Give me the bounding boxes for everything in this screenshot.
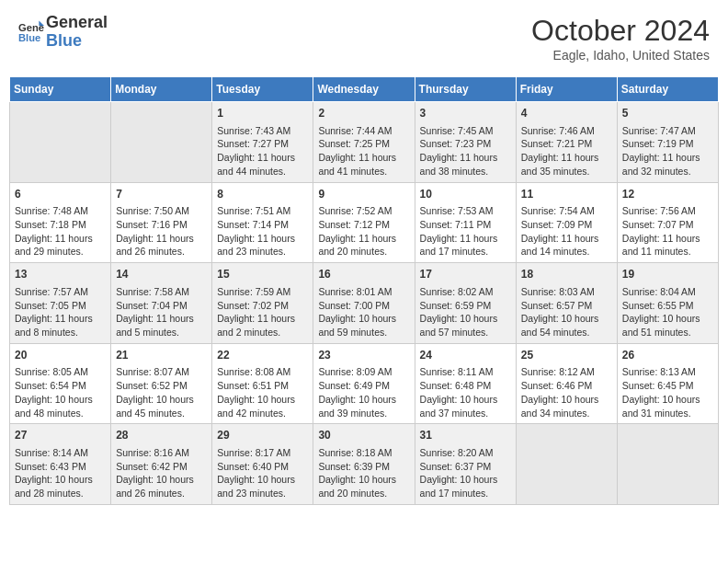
- day-number: 11: [521, 187, 612, 202]
- sunset-text: Sunset: 7:05 PM: [15, 299, 106, 313]
- calendar-day-cell: 16Sunrise: 8:01 AMSunset: 7:00 PMDayligh…: [313, 263, 415, 344]
- sunrise-text: Sunrise: 8:17 AM: [217, 446, 308, 460]
- sunrise-text: Sunrise: 8:16 AM: [116, 446, 207, 460]
- sunrise-text: Sunrise: 7:46 AM: [521, 124, 612, 138]
- calendar-week-row: 27Sunrise: 8:14 AMSunset: 6:43 PMDayligh…: [10, 424, 719, 505]
- sunset-text: Sunset: 6:54 PM: [15, 379, 106, 393]
- sunset-text: Sunset: 6:46 PM: [521, 379, 612, 393]
- calendar-day-cell: 26Sunrise: 8:13 AMSunset: 6:45 PMDayligh…: [617, 343, 718, 424]
- calendar-header-row: SundayMondayTuesdayWednesdayThursdayFrid…: [10, 77, 719, 102]
- day-number: 27: [15, 428, 106, 443]
- day-number: 16: [318, 267, 409, 282]
- calendar-day-cell: 22Sunrise: 8:08 AMSunset: 6:51 PMDayligh…: [212, 343, 313, 424]
- day-number: 17: [420, 267, 511, 282]
- day-number: 29: [217, 428, 308, 443]
- calendar-day-cell: 23Sunrise: 8:09 AMSunset: 6:49 PMDayligh…: [313, 343, 415, 424]
- sunrise-text: Sunrise: 8:13 AM: [622, 365, 713, 379]
- daylight-text: Daylight: 11 hours and 41 minutes.: [318, 151, 409, 178]
- daylight-text: Daylight: 10 hours and 48 minutes.: [15, 393, 106, 419]
- calendar-day-cell: [10, 102, 111, 183]
- sunrise-text: Sunrise: 7:58 AM: [116, 285, 207, 299]
- day-number: 25: [521, 348, 612, 363]
- day-number: 18: [521, 267, 612, 282]
- calendar-day-cell: 7Sunrise: 7:50 AMSunset: 7:16 PMDaylight…: [111, 182, 212, 263]
- sunset-text: Sunset: 7:14 PM: [217, 218, 308, 232]
- sunrise-text: Sunrise: 7:48 AM: [15, 204, 106, 218]
- day-number: 24: [420, 348, 511, 363]
- daylight-text: Daylight: 10 hours and 39 minutes.: [318, 393, 409, 419]
- calendar-day-cell: 12Sunrise: 7:56 AMSunset: 7:07 PMDayligh…: [617, 182, 718, 263]
- weekday-header-tuesday: Tuesday: [212, 77, 313, 102]
- daylight-text: Daylight: 11 hours and 35 minutes.: [521, 151, 612, 178]
- daylight-text: Daylight: 10 hours and 17 minutes.: [420, 473, 511, 500]
- sunset-text: Sunset: 7:27 PM: [217, 137, 308, 151]
- daylight-text: Daylight: 11 hours and 20 minutes.: [318, 232, 409, 259]
- daylight-text: Daylight: 10 hours and 26 minutes.: [116, 473, 207, 500]
- day-number: 21: [116, 348, 207, 363]
- logo: General Blue General Blue: [18, 14, 108, 51]
- sunrise-text: Sunrise: 7:47 AM: [622, 124, 713, 138]
- logo-icon: General Blue: [18, 19, 44, 45]
- calendar-day-cell: 3Sunrise: 7:45 AMSunset: 7:23 PMDaylight…: [415, 102, 516, 183]
- weekday-header-monday: Monday: [111, 77, 212, 102]
- sunset-text: Sunset: 7:02 PM: [217, 299, 308, 313]
- sunset-text: Sunset: 7:19 PM: [622, 137, 713, 151]
- daylight-text: Daylight: 10 hours and 59 minutes.: [318, 312, 409, 339]
- day-number: 23: [318, 348, 409, 363]
- sunset-text: Sunset: 7:18 PM: [15, 218, 106, 232]
- sunset-text: Sunset: 7:23 PM: [420, 137, 511, 151]
- sunrise-text: Sunrise: 7:52 AM: [318, 204, 409, 218]
- daylight-text: Daylight: 11 hours and 2 minutes.: [217, 312, 308, 339]
- day-number: 1: [217, 106, 308, 121]
- daylight-text: Daylight: 11 hours and 11 minutes.: [622, 232, 713, 259]
- calendar-day-cell: [617, 424, 718, 505]
- sunset-text: Sunset: 6:45 PM: [622, 379, 713, 393]
- calendar-day-cell: 27Sunrise: 8:14 AMSunset: 6:43 PMDayligh…: [10, 424, 111, 505]
- sunset-text: Sunset: 6:49 PM: [318, 379, 409, 393]
- sunrise-text: Sunrise: 7:43 AM: [217, 124, 308, 138]
- sunset-text: Sunset: 7:09 PM: [521, 218, 612, 232]
- sunset-text: Sunset: 6:43 PM: [15, 460, 106, 474]
- daylight-text: Daylight: 11 hours and 8 minutes.: [15, 312, 106, 339]
- day-number: 9: [318, 187, 409, 202]
- day-number: 13: [15, 267, 106, 282]
- daylight-text: Daylight: 11 hours and 32 minutes.: [622, 151, 713, 178]
- page-header: General Blue General Blue October 2024 E…: [9, 9, 719, 67]
- day-number: 14: [116, 267, 207, 282]
- sunrise-text: Sunrise: 7:53 AM: [420, 204, 511, 218]
- sunrise-text: Sunrise: 7:50 AM: [116, 204, 207, 218]
- sunrise-text: Sunrise: 7:51 AM: [217, 204, 308, 218]
- daylight-text: Daylight: 11 hours and 26 minutes.: [116, 232, 207, 259]
- sunset-text: Sunset: 7:07 PM: [622, 218, 713, 232]
- day-number: 7: [116, 187, 207, 202]
- calendar-day-cell: [111, 102, 212, 183]
- calendar-day-cell: 2Sunrise: 7:44 AMSunset: 7:25 PMDaylight…: [313, 102, 415, 183]
- day-number: 8: [217, 187, 308, 202]
- day-number: 5: [622, 106, 713, 121]
- day-number: 15: [217, 267, 308, 282]
- daylight-text: Daylight: 10 hours and 28 minutes.: [15, 473, 106, 500]
- logo-line2: Blue: [46, 32, 108, 51]
- calendar-week-row: 20Sunrise: 8:05 AMSunset: 6:54 PMDayligh…: [10, 343, 719, 424]
- logo-line1: General: [46, 14, 108, 32]
- calendar-week-row: 6Sunrise: 7:48 AMSunset: 7:18 PMDaylight…: [10, 182, 719, 263]
- sunset-text: Sunset: 6:51 PM: [217, 379, 308, 393]
- calendar-day-cell: 28Sunrise: 8:16 AMSunset: 6:42 PMDayligh…: [111, 424, 212, 505]
- weekday-header-thursday: Thursday: [415, 77, 516, 102]
- sunset-text: Sunset: 7:21 PM: [521, 137, 612, 151]
- sunrise-text: Sunrise: 8:03 AM: [521, 285, 612, 299]
- sunset-text: Sunset: 7:25 PM: [318, 137, 409, 151]
- daylight-text: Daylight: 11 hours and 5 minutes.: [116, 312, 207, 339]
- sunrise-text: Sunrise: 8:18 AM: [318, 446, 409, 460]
- calendar-day-cell: 14Sunrise: 7:58 AMSunset: 7:04 PMDayligh…: [111, 263, 212, 344]
- sunrise-text: Sunrise: 7:57 AM: [15, 285, 106, 299]
- sunset-text: Sunset: 6:48 PM: [420, 379, 511, 393]
- daylight-text: Daylight: 10 hours and 51 minutes.: [622, 312, 713, 339]
- sunset-text: Sunset: 6:52 PM: [116, 379, 207, 393]
- sunset-text: Sunset: 7:12 PM: [318, 218, 409, 232]
- calendar-day-cell: 15Sunrise: 7:59 AMSunset: 7:02 PMDayligh…: [212, 263, 313, 344]
- sunrise-text: Sunrise: 8:08 AM: [217, 365, 308, 379]
- day-number: 26: [622, 348, 713, 363]
- sunrise-text: Sunrise: 8:04 AM: [622, 285, 713, 299]
- weekday-header-saturday: Saturday: [617, 77, 718, 102]
